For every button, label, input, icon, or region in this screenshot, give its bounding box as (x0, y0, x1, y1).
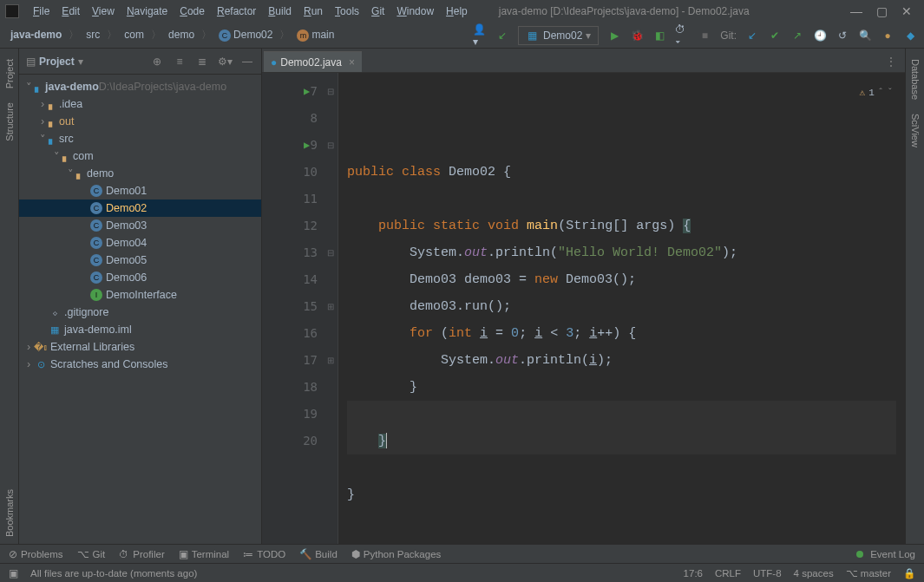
indent-setting[interactable]: 4 spaces (794, 568, 834, 579)
hide-icon[interactable]: — (240, 55, 254, 69)
fold-column[interactable]: ⊟⊟⊟⊞⊞ (323, 73, 338, 544)
tool-sciview[interactable]: SciView (908, 107, 922, 154)
run-config-selector[interactable]: ▦ Demo02 ▾ (518, 26, 599, 45)
tree-class-demo03[interactable]: CDemo03 (19, 217, 261, 234)
git-pull-icon[interactable]: ↙ (745, 29, 759, 43)
menu-edit[interactable]: Edit (56, 3, 85, 19)
code-line[interactable]: for (int i = 0; i < 3; i++) { (347, 320, 896, 347)
ide-status-icon[interactable]: ● (881, 29, 895, 43)
tree-class-demo05[interactable]: CDemo05 (19, 252, 261, 269)
tool-build[interactable]: 🔨 Build (299, 548, 337, 560)
select-opened-icon[interactable]: ⊕ (150, 55, 164, 69)
menu-refactor[interactable]: Refactor (212, 3, 261, 19)
code-line[interactable]: public class Demo02 { (347, 159, 896, 186)
code-editor[interactable]: ⚠1 ˆˇ public class Demo02 { public stati… (338, 73, 905, 544)
history-icon[interactable]: 🕘 (813, 29, 827, 43)
tool-problems[interactable]: ⊘ Problems (9, 548, 63, 560)
caret-position[interactable]: 17:6 (684, 568, 703, 579)
tool-terminal[interactable]: ▣ Terminal (179, 548, 229, 560)
breadcrumb-item[interactable]: java-demo (7, 27, 65, 43)
tab-options-icon[interactable]: ⋮ (884, 55, 898, 69)
maximize-icon[interactable]: ▢ (876, 4, 888, 18)
code-line[interactable] (347, 508, 896, 535)
tree-ext-lib[interactable]: ›�⫾External Libraries (19, 338, 261, 356)
profile-button[interactable]: ⏱▾ (675, 29, 689, 43)
git-branch[interactable]: ⌥ master (846, 567, 891, 579)
tree-demo[interactable]: ˅▖demo (19, 165, 261, 182)
menu-file[interactable]: File (28, 3, 55, 19)
event-log-button[interactable]: Event Log (856, 549, 915, 559)
tool-git[interactable]: ⌥ Git (77, 548, 106, 560)
breadcrumb[interactable]: java-demo〉src〉com〉demo〉CDemo02〉mmain (7, 27, 337, 43)
menu-tools[interactable]: Tools (330, 3, 364, 19)
close-icon[interactable]: ✕ (901, 4, 912, 18)
rollback-icon[interactable]: ↺ (836, 29, 849, 43)
coverage-button[interactable]: ◧ (652, 29, 666, 43)
code-line[interactable]: demo03.run(); (347, 293, 896, 320)
tree-com[interactable]: ˅▖com (19, 147, 261, 165)
tab-demo02[interactable]: ● Demo02.java × (264, 51, 362, 72)
code-line[interactable]: } (347, 428, 896, 454)
breadcrumb-item[interactable]: src (82, 27, 103, 43)
tree-class-demo06[interactable]: CDemo06 (19, 269, 261, 286)
code-line[interactable] (347, 454, 896, 481)
settings-icon[interactable]: ⚙▾ (218, 55, 232, 69)
user-icon[interactable]: 👤▾ (473, 29, 487, 43)
tree-class-demo04[interactable]: CDemo04 (19, 234, 261, 252)
tool-structure[interactable]: Structure (3, 95, 16, 148)
tool-project[interactable]: Project (3, 52, 16, 95)
code-line[interactable] (347, 186, 896, 213)
debug-button[interactable]: 🐞 (630, 29, 644, 43)
code-line[interactable]: public static void main(String[] args) { (347, 213, 896, 239)
close-tab-icon[interactable]: × (349, 56, 355, 69)
stop-button[interactable]: ■ (698, 29, 711, 43)
ide-errors-icon[interactable]: ◆ (903, 29, 917, 43)
file-encoding[interactable]: UTF-8 (753, 568, 782, 579)
tool-profiler[interactable]: ⏱ Profiler (119, 549, 164, 559)
inspection-widget[interactable]: ⚠1 ˆˇ (856, 78, 896, 108)
minimize-icon[interactable]: — (850, 4, 862, 18)
code-line[interactable] (347, 401, 896, 428)
tool-todo[interactable]: ≔ TODO (243, 548, 285, 560)
tree-src[interactable]: ˅▖src (19, 130, 261, 147)
menu-run[interactable]: Run (298, 3, 328, 19)
code-line[interactable]: Demo03 demo03 = new Demo03(); (347, 266, 896, 293)
tool-bookmarks[interactable]: Bookmarks (3, 482, 16, 544)
menu-help[interactable]: Help (441, 3, 473, 19)
tree-idea[interactable]: ›▖.idea (19, 95, 261, 113)
tree-scratches[interactable]: ›⊙Scratches and Consoles (19, 356, 261, 373)
breadcrumb-item[interactable]: mmain (293, 27, 337, 43)
expand-all-icon[interactable]: ≡ (173, 55, 187, 69)
tree-iml[interactable]: ▦java-demo.iml (19, 321, 261, 338)
code-line[interactable]: } (347, 374, 896, 401)
line-separator[interactable]: CRLF (715, 568, 741, 579)
menu-navigate[interactable]: Navigate (121, 3, 173, 19)
git-commit-icon[interactable]: ✔ (768, 29, 782, 43)
tree-root[interactable]: ˅▖java-demo D:\IdeaProjects\java-demo (19, 78, 261, 95)
menu-build[interactable]: Build (263, 3, 297, 19)
tree-class-demo01[interactable]: CDemo01 (19, 182, 261, 199)
breadcrumb-item[interactable]: com (121, 27, 147, 43)
tree-class-demo02[interactable]: CDemo02 (19, 199, 261, 217)
menu-git[interactable]: Git (366, 3, 390, 19)
tool-database[interactable]: Database (908, 52, 922, 107)
tool-python-packages[interactable]: ⬢ Python Packages (351, 548, 442, 560)
menu-view[interactable]: View (87, 3, 120, 19)
tree-gitignore[interactable]: 🝔.gitignore (19, 304, 261, 321)
git-push-icon[interactable]: ↗ (790, 29, 804, 43)
collapse-all-icon[interactable]: ≣ (195, 55, 209, 69)
code-line[interactable]: System.out.println(i); (347, 347, 896, 374)
menu-code[interactable]: Code (174, 3, 210, 19)
code-line[interactable]: System.out.println("Hello World! Demo02"… (347, 239, 896, 266)
breadcrumb-item[interactable]: demo (165, 27, 198, 43)
build-icon[interactable]: ↙ (495, 29, 509, 43)
lock-icon[interactable]: 🔒 (903, 567, 915, 579)
run-button[interactable]: ▶ (607, 29, 621, 43)
tree-out[interactable]: ›▖out (19, 113, 261, 130)
project-tree[interactable]: ˅▖java-demo D:\IdeaProjects\java-demo›▖.… (19, 75, 261, 376)
breadcrumb-item[interactable]: CDemo02 (215, 27, 276, 43)
search-icon[interactable]: 🔍 (858, 29, 872, 43)
gutter[interactable]: 7▶89▶1011121314151617181920 (262, 73, 323, 544)
menu-window[interactable]: Window (391, 3, 439, 19)
code-line[interactable]: } (347, 481, 896, 508)
